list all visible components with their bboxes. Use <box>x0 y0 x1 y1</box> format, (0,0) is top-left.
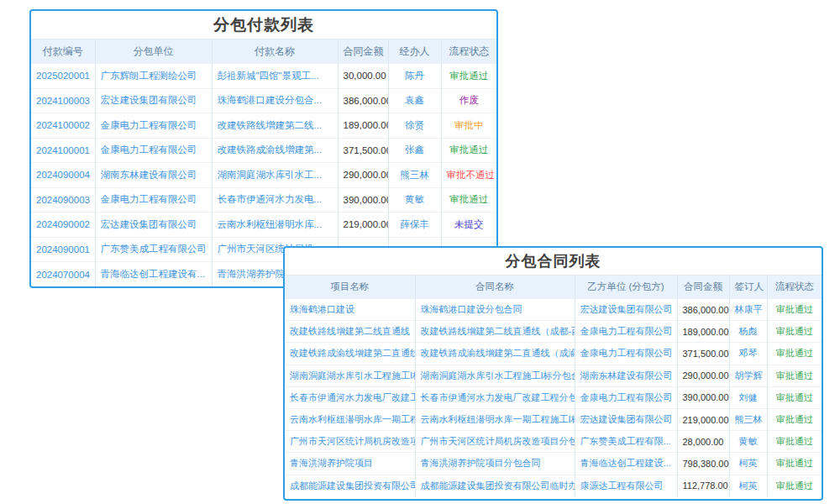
payment-no-cell[interactable]: 2024090003 <box>31 187 95 213</box>
payment-no-cell[interactable]: 2024090002 <box>31 213 95 238</box>
flow-status-cell: 审批通过 <box>767 365 822 386</box>
payment-name-header: 付款名称 <box>212 39 338 64</box>
signer-cell[interactable]: 柯英 <box>729 475 767 496</box>
subcontract-unit-cell[interactable]: 青海临达创工程建设有... <box>95 262 212 287</box>
handler-cell[interactable]: 熊三林 <box>388 163 441 188</box>
party-b-unit-cell[interactable]: 湖南东林建设有限公司 <box>575 365 677 386</box>
project-name-cell[interactable]: 湖南洞庭湖水库引水工程施工I标 <box>285 365 415 386</box>
handler-cell[interactable]: 张鑫 <box>388 138 441 163</box>
subcontract-unit-cell[interactable]: 宏达建设集团有限公司 <box>95 88 212 113</box>
project-name-cell[interactable]: 云南水利枢纽潜明水库一期工程... <box>285 408 415 430</box>
payment-list-title: 分包付款列表 <box>31 11 496 39</box>
table-row: 改建铁路线增建第二线直通线（...改建铁路线增建第二线直通线（成都-西...金康… <box>285 321 822 343</box>
party-b-unit-cell[interactable]: 宏达建设集团有限公司 <box>575 408 677 430</box>
payment-name-cell[interactable]: 湖南洞庭湖水库引水工... <box>212 163 338 188</box>
subcontract-unit-cell[interactable]: 湖南东林建设有限公司 <box>95 163 212 188</box>
contract-name-cell[interactable]: 云南水利枢纽潜明水库一期工程施工I标... <box>415 408 575 430</box>
table-row: 2024100001金康电力工程有限公司改建铁路成渝线增建第...371,500… <box>31 138 496 163</box>
contract-list-panel: 分包合同列表 项目名称合同名称乙方单位 (分包方)合同金额签订人流程状态 珠海鹤… <box>283 246 823 501</box>
payment-no-cell[interactable]: 2025020001 <box>31 64 95 89</box>
payment-no-cell[interactable]: 2024090001 <box>31 237 95 262</box>
contract-name-cell[interactable]: 长春市伊通河水力发电厂改建工程分包... <box>415 386 575 408</box>
flow-status-header: 流程状态 <box>767 276 822 299</box>
flow-status-cell: 审批不通过 <box>441 163 496 188</box>
payment-name-cell[interactable]: 改建铁路线增建第二线... <box>212 113 338 139</box>
project-name-cell[interactable]: 珠海鹤港口建设 <box>285 299 415 321</box>
contract-amount-cell: 28,000.00 <box>677 431 729 453</box>
payment-no-cell[interactable]: 2024100002 <box>31 113 95 139</box>
payment-no-cell[interactable]: 2024100001 <box>31 138 95 163</box>
subcontract-unit-cell[interactable]: 广东辉朗工程测绘公司 <box>95 64 212 89</box>
project-name-cell[interactable]: 长春市伊通河水力发电厂改建工程 <box>285 386 415 408</box>
contract-amount-cell: 798,380.00 <box>677 453 729 475</box>
signer-cell[interactable]: 杨彪 <box>729 321 767 343</box>
party-b-unit-cell[interactable]: 青海临达创工程建设... <box>575 453 677 475</box>
handler-cell[interactable]: 袁鑫 <box>388 88 441 113</box>
contract-name-cell[interactable]: 湖南洞庭湖水库引水工程施工I标分包合同 <box>415 365 575 386</box>
contract-amount-cell: 219,000.00 <box>677 408 729 430</box>
contract-amount-cell: 386,000.00 <box>338 88 388 113</box>
contract-amount-cell: 219,000.00 <box>338 213 388 238</box>
subcontract-unit-cell[interactable]: 广东赞美成工程有限公司 <box>95 237 212 262</box>
party-b-unit-cell[interactable]: 广东赞美成工程有限... <box>575 431 677 453</box>
contract-amount-cell: 290,000.00 <box>677 365 729 386</box>
table-row: 青海洪湖养护院项目青海洪湖养护院项目分包合同青海临达创工程建设...798,38… <box>285 453 822 475</box>
project-name-cell[interactable]: 改建铁路线增建第二线直通线（... <box>285 321 415 343</box>
payment-name-cell[interactable]: 长春市伊通河水力发电... <box>212 187 338 213</box>
party-b-unit-cell[interactable]: 金康电力工程有限公司 <box>575 321 677 343</box>
table-row: 珠海鹤港口建设珠海鹤港口建设分包合同宏达建设集团有限公司386,000.00林康… <box>285 299 822 321</box>
contract-name-cell[interactable]: 珠海鹤港口建设分包合同 <box>415 299 575 321</box>
project-name-cell[interactable]: 成都能源建设集团投资有限公司... <box>285 475 415 496</box>
flow-status-cell: 审批通过 <box>767 343 822 365</box>
handler-cell[interactable]: 薛保丰 <box>388 213 441 238</box>
project-name-cell[interactable]: 青海洪湖养护院项目 <box>285 453 415 475</box>
flow-status-cell: 审批中 <box>441 113 496 139</box>
payment-no-cell[interactable]: 2024100003 <box>31 88 95 113</box>
party-b-unit-header: 乙方单位 (分包方) <box>575 276 677 299</box>
contract-name-cell[interactable]: 广州市天河区统计局机房改造项目分包... <box>415 431 575 453</box>
table-row: 成都能源建设集团投资有限公司...成都能源建设集团投资有限公司临时办...康源达… <box>285 475 822 496</box>
table-row: 2025020001广东辉朗工程测绘公司彭祖新城"四馆"景观工...30,000… <box>31 64 496 89</box>
signer-cell[interactable]: 胡学辉 <box>729 365 767 386</box>
flow-status-cell: 审批通过 <box>767 453 822 475</box>
signer-cell[interactable]: 黄敏 <box>729 431 767 453</box>
signer-cell[interactable]: 熊三林 <box>729 408 767 430</box>
subcontract-unit-cell[interactable]: 金康电力工程有限公司 <box>95 113 212 139</box>
contract-amount-cell: 386,000.00 <box>677 299 729 321</box>
project-name-cell[interactable]: 广州市天河区统计局机房改造项目 <box>285 431 415 453</box>
flow-status-header: 流程状态 <box>441 39 496 64</box>
subcontract-unit-cell[interactable]: 金康电力工程有限公司 <box>95 138 212 163</box>
contract-list-title: 分包合同列表 <box>285 248 822 275</box>
contract-name-cell[interactable]: 改建铁路线增建第二线直通线（成都-西... <box>415 321 575 343</box>
table-row: 2024090004湖南东林建设有限公司湖南洞庭湖水库引水工...290,000… <box>31 163 496 188</box>
flow-status-cell: 审批通过 <box>767 386 822 408</box>
subcontract-unit-cell[interactable]: 金康电力工程有限公司 <box>95 187 212 213</box>
signer-cell[interactable]: 柯英 <box>729 453 767 475</box>
payment-name-cell[interactable]: 彭祖新城"四馆"景观工... <box>212 64 338 89</box>
signer-cell[interactable]: 刘健 <box>729 386 767 408</box>
party-b-unit-cell[interactable]: 金康电力工程有限公司 <box>575 343 677 365</box>
subcontract-unit-header: 分包单位 <box>95 39 212 64</box>
contract-name-cell[interactable]: 成都能源建设集团投资有限公司临时办... <box>415 475 575 496</box>
handler-cell[interactable]: 徐贤 <box>388 113 441 139</box>
payment-name-cell[interactable]: 改建铁路成渝线增建第... <box>212 138 338 163</box>
handler-cell[interactable]: 陈丹 <box>388 64 441 89</box>
payment-name-cell[interactable]: 珠海鹤港口建设分包合... <box>212 88 338 113</box>
contract-name-cell[interactable]: 青海洪湖养护院项目分包合同 <box>415 453 575 475</box>
contract-amount-header: 合同金额 <box>677 276 729 299</box>
payment-name-cell[interactable]: 云南水利枢纽潜明水库... <box>212 213 338 238</box>
subcontract-unit-cell[interactable]: 宏达建设集团有限公司 <box>95 213 212 238</box>
signer-cell[interactable]: 邓琴 <box>729 343 767 365</box>
payment-no-cell[interactable]: 2024070004 <box>31 262 95 287</box>
contract-amount-cell: 189,000.00 <box>338 113 388 139</box>
contract-name-cell[interactable]: 改建铁路成渝线增建第二直通线（成渝... <box>415 343 575 365</box>
contract-amount-cell: 371,500.00 <box>338 138 388 163</box>
payment-no-cell[interactable]: 2024090004 <box>31 163 95 188</box>
signer-cell[interactable]: 林康平 <box>729 299 767 321</box>
handler-cell[interactable]: 黄敏 <box>388 187 441 213</box>
project-name-cell[interactable]: 改建铁路成渝线增建第二直通线... <box>285 343 415 365</box>
party-b-unit-cell[interactable]: 宏达建设集团有限公司 <box>575 299 677 321</box>
contract-amount-cell: 371,500.00 <box>677 343 729 365</box>
party-b-unit-cell[interactable]: 金康电力工程有限公司 <box>575 386 677 408</box>
party-b-unit-cell[interactable]: 康源达工程有限公司 <box>575 475 677 496</box>
